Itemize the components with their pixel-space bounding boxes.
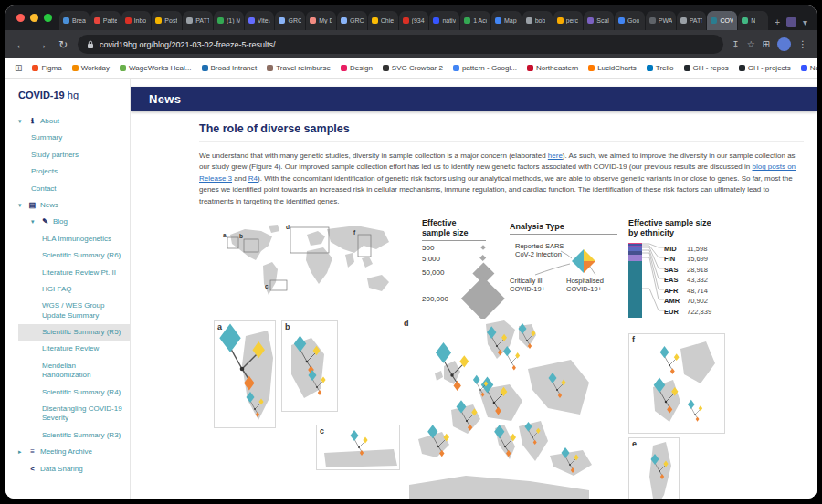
profile-avatar[interactable]: [777, 37, 791, 51]
minimize-window-button[interactable]: [30, 14, 38, 22]
sidebar-post-literature-review[interactable]: Literature Review: [18, 341, 130, 357]
browser-tab[interactable]: My D: [306, 11, 337, 30]
browser-tab[interactable]: nativ: [429, 11, 460, 30]
sidebar-post-scientific-summary-r4[interactable]: Scientific Summary (R4): [18, 384, 130, 401]
browser-tab[interactable]: Vite /: [245, 11, 276, 30]
bookmark-label: Trello: [656, 64, 674, 72]
sidebar-item-label: HLA Immunogenetics: [42, 235, 111, 244]
bookmark-label: GH - repos: [693, 64, 729, 72]
site-title[interactable]: COVID-19 hg: [18, 89, 130, 100]
bookmark-star-icon[interactable]: ☆: [747, 39, 755, 49]
browser-tab[interactable]: GRC: [337, 11, 368, 30]
browser-tab[interactable]: Inbo: [121, 11, 153, 30]
sidebar-post-scientific-summary-r6[interactable]: Scientific Summary (R6): [18, 247, 130, 264]
sidebar-item-news[interactable]: ▾ ▤ News: [18, 197, 130, 214]
world-box-label-c: c: [265, 283, 269, 289]
browser-tab[interactable]: Post: [152, 11, 183, 30]
bookmark-item[interactable]: Workday: [72, 64, 110, 72]
site-title-main: COVID-19: [18, 89, 65, 100]
chevron-right-icon[interactable]: ▸: [18, 447, 25, 456]
browser-tab[interactable]: COVI: [707, 11, 738, 30]
browser-tab[interactable]: Patte: [90, 11, 121, 30]
bookmark-item[interactable]: Travel reimburse: [267, 64, 331, 72]
bookmark-item[interactable]: Broad Intranet: [202, 64, 258, 72]
sidebar-item-meeting-archive[interactable]: ▸ ≡ Meeting Archive: [18, 444, 130, 460]
browser-tab[interactable]: Chie: [368, 11, 399, 30]
ethnicity-row: SAS28,918: [664, 264, 711, 275]
close-window-button[interactable]: [16, 14, 25, 22]
sidebar-post-scientific-summary-r5[interactable]: Scientific Summary (R5): [18, 324, 130, 341]
browser-tab[interactable]: PATT: [677, 11, 708, 30]
tab-favicon-icon: [186, 17, 193, 24]
sidebar-post-hgi-faq[interactable]: HGI FAQ: [18, 281, 130, 298]
bookmark-item[interactable]: pattern - Googl...: [453, 64, 517, 72]
bookmark-item[interactable]: WageWorks Heal...: [120, 64, 191, 72]
sidebar-item-label: HGI FAQ: [42, 285, 71, 294]
back-icon[interactable]: ←: [15, 38, 27, 51]
sidebar-item-summary[interactable]: Summary: [18, 130, 130, 146]
sidebar-item-contact[interactable]: Contact: [18, 181, 130, 197]
sidebar-item-blog[interactable]: ▾ ✎ Blog: [18, 214, 130, 230]
sidebar-post-literature-review-pt-2[interactable]: Literature Review Pt. II: [18, 265, 130, 281]
address-bar[interactable]: covid19hg.org/blog/2021-03-02-freeze-5-r…: [78, 35, 723, 54]
bookmark-item[interactable]: LucidCharts: [588, 64, 637, 72]
sidebar-post-hla-immunogenetics[interactable]: HLA Immunogenetics: [18, 231, 130, 247]
bookmark-item[interactable]: Northeastern: [527, 64, 578, 72]
pinned-window-icon[interactable]: [786, 17, 796, 27]
browser-tab[interactable]: PATT: [183, 11, 214, 30]
zoom-window-button[interactable]: [44, 14, 52, 22]
browser-tab[interactable]: Goo: [615, 11, 646, 30]
sidebar-item-study-partners[interactable]: Study partners: [18, 147, 130, 163]
browser-tab[interactable]: N: [738, 11, 769, 30]
extensions-icon[interactable]: ⊞: [763, 39, 770, 49]
menu-kebab-icon[interactable]: ⋮: [798, 39, 807, 49]
browser-tab[interactable]: PWA: [646, 11, 677, 30]
size-legend-title: Effective sample size: [422, 218, 486, 241]
bookmark-item[interactable]: Figma: [32, 64, 61, 72]
browser-tab[interactable]: 1 Acc: [460, 11, 491, 30]
bookmark-item[interactable]: NativeScript Playg...: [801, 64, 817, 72]
chevron-down-icon[interactable]: ▾: [31, 217, 37, 226]
reload-icon[interactable]: ↻: [57, 38, 69, 51]
download-icon[interactable]: ↧: [732, 39, 739, 49]
browser-tab[interactable]: bob: [522, 11, 553, 30]
bookmark-item[interactable]: SVG Crowbar 2: [383, 64, 443, 72]
bookmark-item[interactable]: Trello: [647, 64, 674, 72]
tab-title: Goo: [627, 17, 639, 24]
browser-tab[interactable]: Scal: [584, 11, 615, 30]
apps-grid-icon[interactable]: ⊞: [15, 63, 22, 73]
sidebar-item-label: Scientific Summary (R6): [42, 251, 121, 260]
bookmark-label: pattern - Googl...: [462, 64, 517, 72]
sidebar-item-data-sharing[interactable]: < Data Sharing: [18, 461, 130, 478]
tab-favicon-icon: [341, 17, 347, 24]
sidebar-post-wgs-wes-group-update[interactable]: WGS / WES Group Update Summary: [18, 298, 130, 324]
sidebar-item-projects[interactable]: Projects: [18, 163, 130, 180]
chevron-down-icon[interactable]: ▾: [18, 117, 25, 125]
sidebar-post-scientific-summary-r3[interactable]: Scientific Summary (R3): [18, 427, 130, 444]
browser-tab[interactable]: perc: [553, 11, 585, 30]
link-r4[interactable]: R4: [248, 174, 258, 183]
bookmark-item[interactable]: GH - projects: [739, 64, 791, 72]
chevron-down-icon[interactable]: ▾: [18, 201, 25, 209]
sidebar-post-mendelian-randomization[interactable]: Mendelian Randomization: [18, 358, 130, 384]
browser-tab[interactable]: (1) M: [214, 11, 245, 30]
browser-tab[interactable]: Map: [491, 11, 522, 30]
link-here[interactable]: here: [548, 152, 563, 160]
tab-title: My D: [319, 17, 332, 24]
map-panel-c: c: [316, 425, 400, 470]
browser-tab[interactable]: Brea: [59, 11, 90, 30]
world-map: a b d f c: [221, 222, 413, 310]
size-diamond-icon: [480, 255, 486, 261]
sidebar-item-label: Scientific Summary (R5): [42, 328, 121, 337]
forward-icon[interactable]: →: [36, 38, 48, 51]
browser-tab[interactable]: GRC: [275, 11, 306, 30]
sidebar-item-about[interactable]: ▾ ℹ About: [18, 113, 130, 130]
bookmark-item[interactable]: Design: [341, 64, 373, 72]
bookmark-label: LucidCharts: [597, 64, 637, 72]
new-tab-icon[interactable]: +: [775, 17, 780, 27]
tab-search-icon[interactable]: ▾: [803, 17, 807, 27]
bookmark-item[interactable]: GH - repos: [684, 64, 729, 72]
browser-tab[interactable]: (934: [399, 11, 430, 30]
sidebar-post-disentangling-covid19-severity[interactable]: Disentangling COVID-19 Severity: [18, 401, 130, 427]
sidebar-item-label: Mendelian Randomization: [42, 362, 124, 381]
